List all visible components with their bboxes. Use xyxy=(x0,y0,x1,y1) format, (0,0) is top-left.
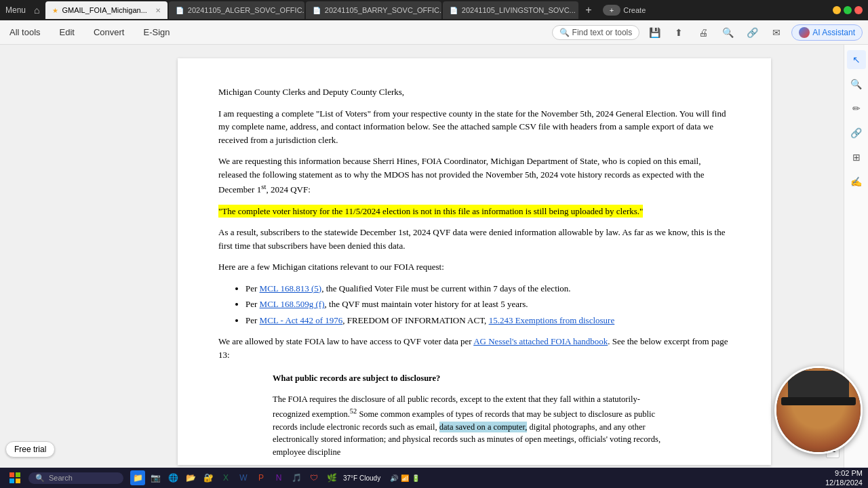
zoom-tool-button[interactable]: 🔍 xyxy=(847,75,866,94)
zoom-button[interactable]: 🔍 xyxy=(718,23,737,42)
tab-bar: ★ GMAIL_FOIA_Michigan... ✕ 📄 20241105_AL… xyxy=(45,0,825,20)
home-button[interactable]: ⌂ xyxy=(34,5,39,16)
free-trial-button[interactable]: Free trial xyxy=(5,441,55,458)
create-button[interactable]: + xyxy=(603,5,620,16)
main-layout: Michigan County Clerks and Deputy County… xyxy=(0,45,868,468)
link-tool-button[interactable]: 🔗 xyxy=(847,123,866,142)
ai-label: AI Assistant xyxy=(812,28,855,37)
citation-3-suffix: , FREEDOM OF INFORMATION ACT, xyxy=(342,315,488,325)
upload-button[interactable]: ⬆ xyxy=(669,23,688,42)
taskbar-app-shield[interactable]: 🛡 xyxy=(307,470,321,485)
date-display: 12/18/2024 xyxy=(825,478,863,487)
tray-volume-icon[interactable]: 🔊 xyxy=(390,474,398,482)
toolbar-right: 🔍 Find text or tools 💾 ⬆ 🖨 🔍 🔗 ✉ AI Assi… xyxy=(552,23,863,42)
tray-battery-icon[interactable]: 🔋 xyxy=(412,474,420,482)
esign-menu[interactable]: E-Sign xyxy=(139,24,174,40)
taskbar-app-onenote[interactable]: N xyxy=(271,470,286,485)
document-area[interactable]: Michigan County Clerks and Deputy County… xyxy=(105,45,844,468)
signature-tool-button[interactable]: ✍ xyxy=(847,172,866,191)
taskbar-app-music[interactable]: 🎵 xyxy=(289,470,304,485)
all-tools-menu[interactable]: All tools xyxy=(5,24,45,40)
mcl-act-442-link[interactable]: MCL - Act 442 of 1976 xyxy=(260,315,343,325)
cursor-tool-button[interactable]: ↖ xyxy=(847,50,866,69)
svg-rect-2 xyxy=(9,479,14,483)
tab-close-icon[interactable]: ✕ xyxy=(155,7,161,14)
find-text-box[interactable]: 🔍 Find text or tools xyxy=(552,25,640,40)
blockquote-superscript: 52 xyxy=(350,407,357,415)
taskbar-app-folder[interactable]: 📂 xyxy=(183,470,198,485)
document-page: Michigan County Clerks and Deputy County… xyxy=(178,58,771,465)
search-icon: 🔍 xyxy=(559,28,570,37)
taskbar-search-placeholder: Search xyxy=(49,474,73,482)
tray-network-icon[interactable]: 📶 xyxy=(401,474,409,482)
tab-doc-icon: 📄 xyxy=(313,7,321,14)
pencil-tool-button[interactable]: ✏ xyxy=(847,99,866,118)
print-button[interactable]: 🖨 xyxy=(694,23,713,42)
create-label[interactable]: Create xyxy=(623,6,646,14)
window-controls xyxy=(833,6,863,14)
blockquote-content: The FOIA requires the disclosure of all … xyxy=(273,393,676,459)
webcam-face xyxy=(776,368,861,452)
citation-2-prefix: Per xyxy=(245,299,260,309)
para5-prefix: We are allowed by state FOIA law to have… xyxy=(218,336,473,346)
citation-1-prefix: Per xyxy=(245,283,260,293)
taskbar: 🔍 Search 📁 📷 🌐 📂 🔐 X W P N 🎵 🛡 🌿 37°F Cl… xyxy=(0,468,868,488)
blockquote-highlight: data saved on a computer, xyxy=(439,422,528,432)
citation-1: Per MCL 168.813 (5), the Qualified Voter… xyxy=(245,282,730,296)
tab-alger[interactable]: 📄 20241105_ALGER_SOVC_OFFIC... ✕ xyxy=(169,1,304,19)
mail-button[interactable]: ✉ xyxy=(767,23,786,42)
mcl-168-813-link[interactable]: MCL 168.813 (5) xyxy=(260,283,322,293)
taskbar-app-camera[interactable]: 📷 xyxy=(148,470,163,485)
weather-temp: 37°F Cloudy xyxy=(343,474,380,482)
paragraph-1: I am requesting a complete "List of Vote… xyxy=(218,107,730,147)
exemptions-link[interactable]: 15.243 Exemptions from disclosure xyxy=(489,315,615,325)
svg-rect-3 xyxy=(16,479,20,483)
paragraph-2: We are requesting this information becau… xyxy=(218,155,730,197)
ai-avatar xyxy=(799,27,810,38)
taskbar-app-word[interactable]: W xyxy=(236,470,251,485)
ag-nessel-link[interactable]: AG Nessel's attached FOIA handbook xyxy=(473,336,608,346)
close-button[interactable] xyxy=(854,6,863,14)
taskbar-search[interactable]: 🔍 Search xyxy=(28,472,123,484)
taskbar-app-leaf[interactable]: 🌿 xyxy=(324,470,339,485)
taskbar-app-excel[interactable]: X xyxy=(218,470,233,485)
webcam-overlay xyxy=(774,366,863,454)
taskbar-app-explorer[interactable]: 📁 xyxy=(130,470,145,485)
taskbar-weather: 37°F Cloudy xyxy=(343,474,380,482)
citations-list: Per MCL 168.813 (5), the Qualified Voter… xyxy=(245,282,730,327)
paragraph-3: As a result, subscribers to the statewid… xyxy=(218,226,730,252)
toolbar: All tools Edit Convert E-Sign 🔍 Find tex… xyxy=(0,20,868,45)
citation-3: Per MCL - Act 442 of 1976, FREEDOM OF IN… xyxy=(245,314,730,327)
taskbar-app-lock[interactable]: 🔐 xyxy=(201,470,216,485)
link-button[interactable]: 🔗 xyxy=(743,23,762,42)
citation-1-suffix: , the Qualified Voter File must be curre… xyxy=(321,283,570,293)
minimize-button[interactable] xyxy=(833,6,841,14)
maximize-button[interactable] xyxy=(844,6,852,14)
tab-gmail-foia[interactable]: ★ GMAIL_FOIA_Michigan... ✕ xyxy=(45,1,167,19)
highlighted-quote: "The complete voter history for the 11/5… xyxy=(218,205,643,218)
para2-end: , 2024 QVF: xyxy=(266,184,310,195)
find-text-label: Find text or tools xyxy=(572,28,633,37)
ai-assistant-button[interactable]: AI Assistant xyxy=(791,24,863,41)
citation-3-prefix: Per xyxy=(245,315,260,325)
svg-rect-1 xyxy=(16,472,20,477)
taskbar-app-powerpoint[interactable]: P xyxy=(254,470,269,485)
tab-label: GMAIL_FOIA_Michigan... xyxy=(62,6,147,14)
new-tab-button[interactable]: + xyxy=(580,1,597,19)
tab-livingston[interactable]: 📄 20241105_LIVINGSTON_SOVC... ✕ xyxy=(443,1,578,19)
start-button[interactable] xyxy=(5,470,24,485)
edit-menu[interactable]: Edit xyxy=(56,24,79,40)
title-bar: Menu ⌂ ★ GMAIL_FOIA_Michigan... ✕ 📄 2024… xyxy=(0,0,868,20)
taskbar-search-icon: 🔍 xyxy=(35,474,45,483)
save-button[interactable]: 💾 xyxy=(645,23,664,42)
mcl-168-509g-link[interactable]: MCL 168.509g (f) xyxy=(260,299,325,309)
table-tool-button[interactable]: ⊞ xyxy=(847,148,866,167)
blockquote: What public records are subject to discl… xyxy=(273,372,676,459)
convert-menu[interactable]: Convert xyxy=(90,24,129,40)
menu-button[interactable]: Menu xyxy=(5,5,26,15)
tab-star-icon: ★ xyxy=(52,7,58,14)
tab-barry[interactable]: 📄 20241105_BARRY_SOVC_OFFIC... ✕ xyxy=(306,1,441,19)
taskbar-app-edge[interactable]: 🌐 xyxy=(165,470,180,485)
blockquote-title: What public records are subject to discl… xyxy=(273,372,676,385)
citation-2: Per MCL 168.509g (f), the QVF must maint… xyxy=(245,298,730,311)
